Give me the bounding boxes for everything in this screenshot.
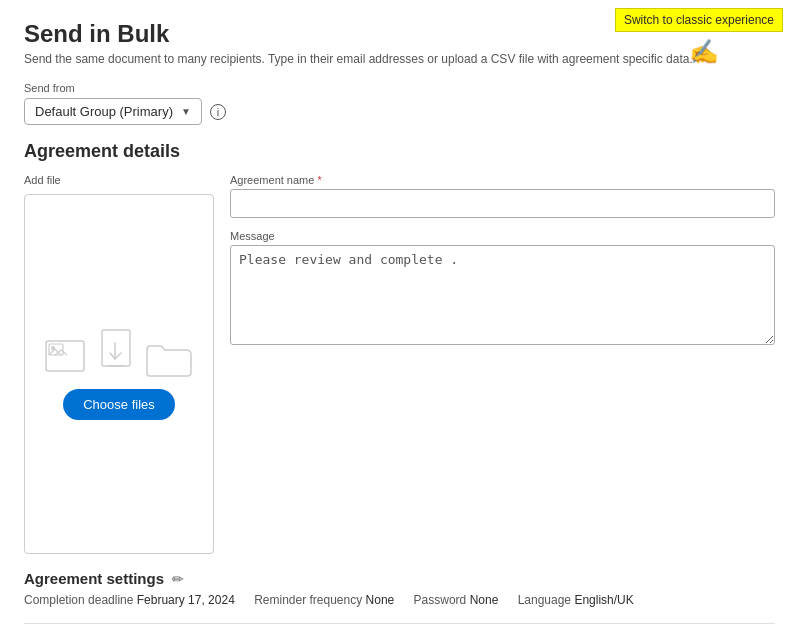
agreement-details-grid: Add file (24, 174, 775, 554)
page-wrapper: Switch to classic experience ✍ Send in B… (0, 0, 799, 624)
message-field: Message Please review and complete . (230, 230, 775, 348)
folder-icon (145, 339, 193, 377)
message-textarea[interactable]: Please review and complete . (230, 245, 775, 345)
choose-files-button[interactable]: Choose files (63, 389, 175, 420)
add-file-label: Add file (24, 174, 61, 186)
send-from-row: Default Group (Primary) ▼ i (24, 98, 775, 125)
page-subtitle: Send the same document to many recipient… (24, 52, 775, 66)
send-from-value: Default Group (Primary) (35, 104, 173, 119)
agreement-name-input[interactable] (230, 189, 775, 218)
reminder-frequency-label: Reminder frequency (254, 593, 362, 607)
completion-deadline-label: Completion deadline (24, 593, 133, 607)
add-file-area: Choose files (24, 194, 214, 554)
edit-icon[interactable]: ✏ (172, 571, 184, 587)
document-download-icon (101, 329, 137, 377)
right-panel: Agreement name * Message Please review a… (230, 174, 775, 554)
send-from-label: Send from (24, 82, 775, 94)
switch-classic-button[interactable]: Switch to classic experience (615, 8, 783, 32)
agreement-settings-row: Agreement settings ✏ (24, 570, 775, 587)
message-label: Message (230, 230, 775, 242)
reminder-frequency-value: None (366, 593, 395, 607)
password-label: Password (414, 593, 467, 607)
agreement-settings-title: Agreement settings (24, 570, 164, 587)
settings-meta: Completion deadline February 17, 2024 Re… (24, 593, 775, 607)
chevron-down-icon: ▼ (181, 106, 191, 117)
info-icon[interactable]: i (210, 104, 226, 120)
required-marker: * (314, 174, 321, 186)
password-value: None (470, 593, 499, 607)
image-file-icon (45, 337, 93, 377)
agreement-details-heading: Agreement details (24, 141, 775, 162)
language-label: Language (518, 593, 571, 607)
agreement-name-label: Agreement name * (230, 174, 775, 186)
completion-deadline-value: February 17, 2024 (137, 593, 235, 607)
svg-rect-3 (102, 330, 130, 366)
language-value: English/UK (574, 593, 633, 607)
agreement-name-field: Agreement name * (230, 174, 775, 218)
file-icons (45, 329, 193, 377)
send-from-select[interactable]: Default Group (Primary) ▼ (24, 98, 202, 125)
